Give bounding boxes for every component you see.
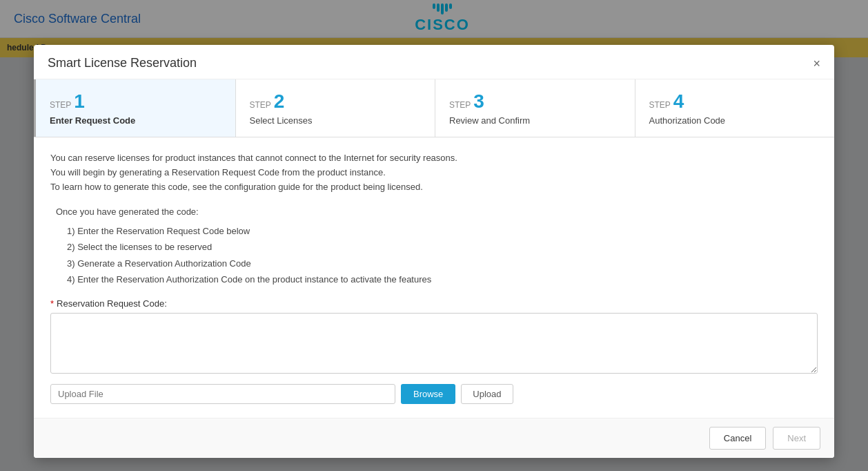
step-1: STEP 1 Enter Request Code	[34, 79, 236, 137]
intro-line2: You will begin by generating a Reservati…	[50, 166, 818, 180]
modal-title: Smart License Reservation	[48, 56, 197, 70]
step-3-label: STEP	[449, 100, 471, 110]
step-3-num: 3	[473, 90, 484, 113]
modal-header: Smart License Reservation ×	[34, 45, 834, 79]
step-3-desc: Review and Confirm	[449, 115, 530, 126]
field-label-row: * Reservation Request Code:	[50, 298, 818, 309]
required-star: *	[50, 298, 54, 309]
step-1-label: STEP	[50, 100, 71, 110]
step-4-desc: Authorization Code	[649, 115, 726, 126]
intro-line3: To learn how to generate this code, see …	[50, 180, 818, 195]
steps-list: Once you have generated the code: 1) Ent…	[50, 204, 818, 287]
step-1-desc: Enter Request Code	[50, 115, 135, 126]
modal-overlay: Smart License Reservation × STEP 1 Enter…	[0, 0, 868, 471]
step-3-number-row: STEP 3	[449, 90, 484, 113]
field-label: Reservation Request Code:	[57, 298, 167, 309]
step-3: STEP 3 Review and Confirm	[435, 79, 635, 137]
step-4: STEP 4 Authorization Code	[635, 79, 835, 137]
step-list-item-2: 2) Select the licenses to be reserved	[56, 239, 818, 255]
step-list-item-4: 4) Enter the Reservation Authorization C…	[56, 271, 818, 287]
step-list-item-3: 3) Generate a Reservation Authorization …	[56, 256, 818, 271]
cancel-button[interactable]: Cancel	[709, 427, 766, 450]
step-2-num: 2	[274, 90, 285, 113]
steps-row: STEP 1 Enter Request Code STEP 2 Select …	[34, 79, 834, 137]
intro-line1: You can reserve licenses for product ins…	[50, 151, 818, 166]
upload-file-input[interactable]	[50, 384, 395, 404]
step-4-label: STEP	[649, 100, 671, 110]
once-generated-text: Once you have generated the code:	[56, 204, 818, 220]
step-list-item-1: 1) Enter the Reservation Request Code be…	[56, 223, 818, 239]
step-4-num: 4	[673, 90, 684, 113]
modal-body: You can reserve licenses for product ins…	[34, 137, 834, 418]
step-2-desc: Select Licenses	[250, 115, 313, 126]
step-2: STEP 2 Select Licenses	[236, 79, 436, 137]
next-button[interactable]: Next	[773, 427, 820, 450]
browse-button[interactable]: Browse	[401, 384, 455, 404]
modal-dialog: Smart License Reservation × STEP 1 Enter…	[34, 45, 834, 458]
step-1-num: 1	[74, 90, 85, 113]
modal-footer: Cancel Next	[34, 418, 834, 458]
step-1-number-row: STEP 1	[50, 90, 85, 113]
step-4-number-row: STEP 4	[649, 90, 684, 113]
upload-button[interactable]: Upload	[461, 384, 513, 404]
step-2-number-row: STEP 2	[250, 90, 285, 113]
step-2-label: STEP	[250, 100, 271, 110]
reservation-request-code-input[interactable]	[50, 313, 818, 374]
intro-text: You can reserve licenses for product ins…	[50, 151, 818, 194]
close-button[interactable]: ×	[813, 57, 820, 70]
upload-row: Browse Upload	[50, 384, 818, 404]
